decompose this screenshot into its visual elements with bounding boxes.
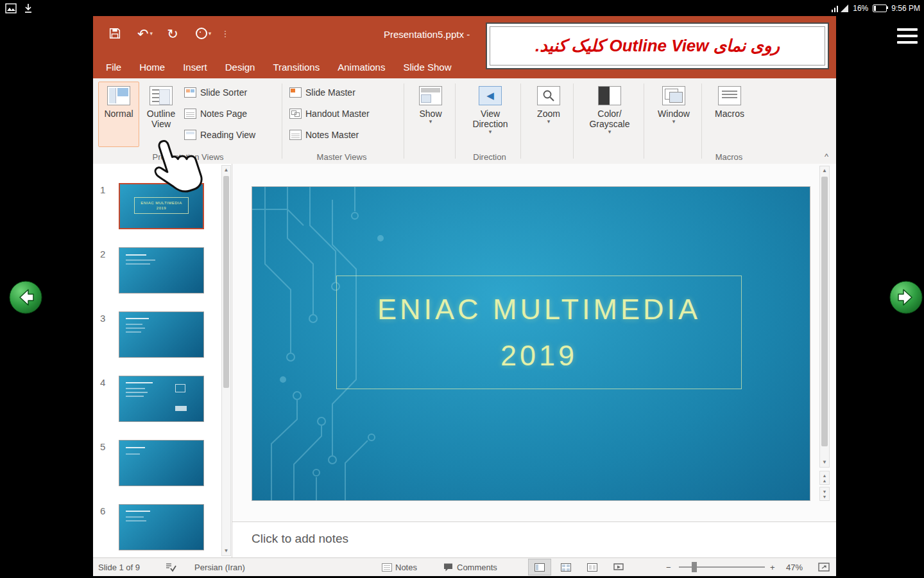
group-label-master-views: Master Views xyxy=(286,152,398,162)
android-notification-icons xyxy=(0,3,33,13)
slide-master-icon xyxy=(289,87,302,98)
slide-sorter-view-toggle[interactable] xyxy=(554,559,578,575)
slide-sorter-icon xyxy=(184,87,196,98)
group-label-direction: Direction xyxy=(463,152,517,162)
slide-thumbnail-2[interactable] xyxy=(119,247,204,293)
slide-number: 1 xyxy=(100,184,105,195)
macros-button[interactable]: Macros xyxy=(708,82,751,147)
tab-home[interactable]: Home xyxy=(130,55,174,78)
slide-thumbnail-6[interactable] xyxy=(119,504,204,550)
reading-view-toggle[interactable] xyxy=(581,559,604,575)
notes-toggle-button[interactable]: Notes xyxy=(382,558,417,576)
thumbnail-scrollbar[interactable]: ▲ ▼ xyxy=(221,165,231,556)
thumbnail-preview xyxy=(126,511,150,512)
reading-view-button[interactable]: Reading View xyxy=(184,126,255,143)
color-grayscale-button[interactable]: Color/ Grayscale ▾ xyxy=(579,82,640,147)
slide-editor: ENIAC MULTIMEDIA 2019 ▲ ▼ ▲ ▲ ▼ ▼ xyxy=(232,164,836,557)
tab-insert[interactable]: Insert xyxy=(174,55,216,78)
color-grayscale-dropdown-icon: ▾ xyxy=(608,129,612,135)
outline-view-icon xyxy=(150,86,173,105)
notes-placeholder[interactable]: Click to add notes xyxy=(252,532,348,546)
group-divider xyxy=(404,83,404,159)
normal-view-icon xyxy=(107,86,130,105)
previous-step-button[interactable] xyxy=(9,281,42,314)
scrollbar-thumb[interactable] xyxy=(223,176,229,388)
group-divider xyxy=(520,83,521,159)
tab-design[interactable]: Design xyxy=(216,55,264,78)
group-divider xyxy=(455,83,456,159)
fit-slide-button[interactable] xyxy=(818,558,830,576)
zoom-percentage[interactable]: 47% xyxy=(786,558,803,576)
slideshow-button[interactable] xyxy=(607,559,630,575)
view-direction-dropdown-icon: ▾ xyxy=(489,129,492,135)
next-step-button[interactable] xyxy=(889,281,923,314)
scroll-up-icon[interactable]: ▲ xyxy=(820,166,829,175)
previous-slide-button[interactable]: ▲ ▲ xyxy=(819,471,830,485)
show-dropdown-icon: ▾ xyxy=(429,119,432,125)
show-button[interactable]: Show ▾ xyxy=(410,82,451,147)
view-direction-button[interactable]: ◀ View Direction ▾ xyxy=(463,82,518,147)
tab-animations[interactable]: Animations xyxy=(329,55,394,78)
window-button[interactable]: Window ▾ xyxy=(650,82,697,147)
tab-slide-show[interactable]: Slide Show xyxy=(394,55,460,78)
comments-icon xyxy=(443,563,454,572)
handout-master-button[interactable]: Handout Master xyxy=(289,105,370,122)
spellcheck-button[interactable] xyxy=(165,558,176,576)
window-icon xyxy=(662,86,685,105)
slide-sorter-small-icon xyxy=(561,563,571,572)
zoom-slider[interactable] xyxy=(679,558,765,576)
window-dropdown-icon: ▾ xyxy=(672,119,676,125)
zoom-slider-thumb[interactable] xyxy=(692,562,697,572)
group-divider xyxy=(701,83,702,159)
notes-page-button[interactable]: Notes Page xyxy=(184,105,247,122)
group-divider xyxy=(573,83,574,159)
zoom-button[interactable]: Zoom ▾ xyxy=(528,82,569,147)
slide-number: 5 xyxy=(100,441,105,452)
scroll-down-icon[interactable]: ▼ xyxy=(820,458,829,467)
fit-to-window-icon xyxy=(818,563,830,572)
next-slide-button[interactable]: ▼ ▼ xyxy=(819,487,830,501)
battery-icon xyxy=(873,4,887,12)
scroll-down-icon[interactable]: ▼ xyxy=(222,547,230,556)
normal-view-button[interactable]: Normal xyxy=(98,82,139,147)
tutorial-callout-text: روی نمای Outline View کلیک کنید. xyxy=(535,36,780,56)
slide-canvas[interactable]: ENIAC MULTIMEDIA 2019 xyxy=(252,186,810,501)
thumbnail-preview xyxy=(126,382,153,383)
menu-icon[interactable] xyxy=(897,28,918,48)
ribbon-tabs: File Home Insert Design Transitions Anim… xyxy=(97,55,460,78)
download-icon xyxy=(23,3,33,13)
arrow-left-icon xyxy=(9,281,42,314)
tab-transitions[interactable]: Transitions xyxy=(264,55,329,78)
collapse-ribbon-button[interactable]: ^ xyxy=(825,152,828,161)
zoom-in-button[interactable]: + xyxy=(770,558,775,576)
slide-thumbnail-4[interactable] xyxy=(119,376,204,422)
color-grayscale-icon xyxy=(598,86,621,105)
slide-title-line2: 2019 xyxy=(501,333,578,379)
scrollbar-thumb[interactable] xyxy=(821,177,828,446)
notes-page-icon xyxy=(184,109,196,119)
slide-thumbnail-5[interactable] xyxy=(119,440,204,486)
slide-master-button[interactable]: Slide Master xyxy=(289,83,355,101)
main-scrollbar[interactable]: ▲ ▼ xyxy=(819,166,830,468)
spellcheck-icon xyxy=(165,562,176,572)
signal-icon xyxy=(832,4,848,12)
tab-file[interactable]: File xyxy=(97,55,130,78)
language-indicator[interactable]: Persian (Iran) xyxy=(194,558,245,576)
zoom-dropdown-icon: ▾ xyxy=(547,119,551,125)
notes-pane[interactable]: Click to add notes xyxy=(232,521,836,557)
content-area: 1 ENIAC MULTIMEDIA2019 2 3 xyxy=(93,164,836,557)
comments-toggle-button[interactable]: Comments xyxy=(443,558,497,576)
scroll-up-icon[interactable]: ▲ xyxy=(222,166,230,175)
slide-number: 3 xyxy=(100,313,105,324)
slide-title-textbox[interactable]: ENIAC MULTIMEDIA 2019 xyxy=(336,276,742,389)
ribbon: Normal Outline View Slide Sorter Notes P… xyxy=(93,78,836,164)
slide-sorter-button[interactable]: Slide Sorter xyxy=(184,83,247,101)
thumbnail-preview xyxy=(126,318,149,319)
normal-view-toggle[interactable] xyxy=(528,559,551,575)
normal-view-small-icon xyxy=(535,563,545,572)
slide-thumbnail-3[interactable] xyxy=(119,311,204,358)
zoom-slider-track[interactable] xyxy=(679,566,765,568)
notes-master-button[interactable]: Notes Master xyxy=(289,126,359,143)
zoom-out-button[interactable]: − xyxy=(666,558,671,576)
thumbnail-preview xyxy=(126,254,146,256)
